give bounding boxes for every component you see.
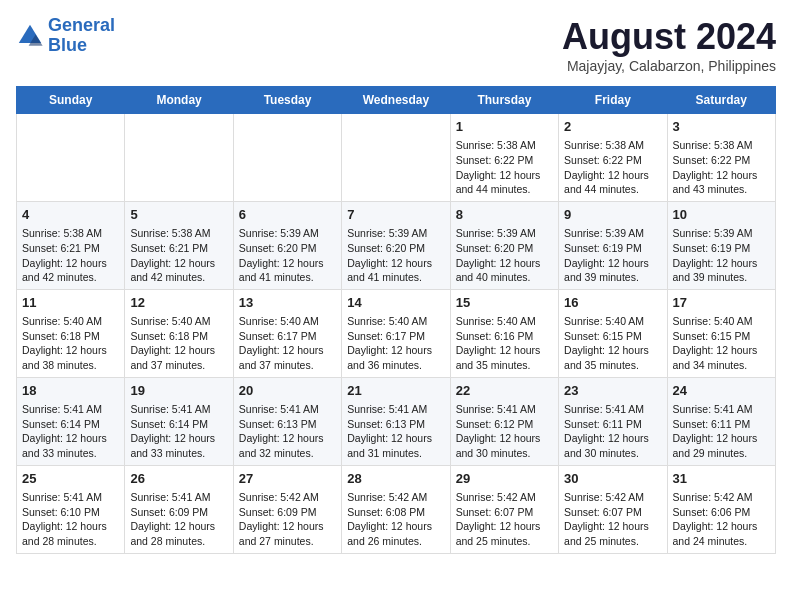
day-number: 20 bbox=[239, 382, 336, 400]
day-number: 7 bbox=[347, 206, 444, 224]
day-info: Sunset: 6:19 PM bbox=[564, 241, 661, 256]
day-info: and 30 minutes. bbox=[456, 446, 553, 461]
day-info: and 27 minutes. bbox=[239, 534, 336, 549]
weekday-header-monday: Monday bbox=[125, 87, 233, 114]
logo-icon bbox=[16, 22, 44, 50]
calendar-cell: 5Sunrise: 5:38 AMSunset: 6:21 PMDaylight… bbox=[125, 201, 233, 289]
day-number: 16 bbox=[564, 294, 661, 312]
day-info: and 39 minutes. bbox=[564, 270, 661, 285]
calendar-cell: 20Sunrise: 5:41 AMSunset: 6:13 PMDayligh… bbox=[233, 377, 341, 465]
calendar-week-row: 25Sunrise: 5:41 AMSunset: 6:10 PMDayligh… bbox=[17, 465, 776, 553]
day-info: Sunset: 6:17 PM bbox=[347, 329, 444, 344]
day-info: Sunset: 6:09 PM bbox=[130, 505, 227, 520]
calendar-week-row: 18Sunrise: 5:41 AMSunset: 6:14 PMDayligh… bbox=[17, 377, 776, 465]
logo: General Blue bbox=[16, 16, 115, 56]
day-info: Daylight: 12 hours bbox=[673, 431, 770, 446]
calendar-cell: 30Sunrise: 5:42 AMSunset: 6:07 PMDayligh… bbox=[559, 465, 667, 553]
day-number: 21 bbox=[347, 382, 444, 400]
day-info: Daylight: 12 hours bbox=[564, 431, 661, 446]
day-info: Daylight: 12 hours bbox=[673, 168, 770, 183]
day-info: Daylight: 12 hours bbox=[456, 256, 553, 271]
day-info: Sunrise: 5:41 AM bbox=[22, 490, 119, 505]
calendar-cell: 7Sunrise: 5:39 AMSunset: 6:20 PMDaylight… bbox=[342, 201, 450, 289]
day-info: Sunset: 6:13 PM bbox=[347, 417, 444, 432]
day-info: and 35 minutes. bbox=[456, 358, 553, 373]
day-info: Daylight: 12 hours bbox=[22, 256, 119, 271]
day-info: and 39 minutes. bbox=[673, 270, 770, 285]
calendar-cell: 26Sunrise: 5:41 AMSunset: 6:09 PMDayligh… bbox=[125, 465, 233, 553]
calendar-cell: 21Sunrise: 5:41 AMSunset: 6:13 PMDayligh… bbox=[342, 377, 450, 465]
day-number: 1 bbox=[456, 118, 553, 136]
calendar-cell: 3Sunrise: 5:38 AMSunset: 6:22 PMDaylight… bbox=[667, 114, 775, 202]
day-info: Daylight: 12 hours bbox=[347, 519, 444, 534]
day-info: and 37 minutes. bbox=[239, 358, 336, 373]
calendar-cell: 22Sunrise: 5:41 AMSunset: 6:12 PMDayligh… bbox=[450, 377, 558, 465]
day-info: Daylight: 12 hours bbox=[130, 256, 227, 271]
day-info: Sunrise: 5:39 AM bbox=[673, 226, 770, 241]
day-info: Daylight: 12 hours bbox=[564, 256, 661, 271]
calendar-cell: 28Sunrise: 5:42 AMSunset: 6:08 PMDayligh… bbox=[342, 465, 450, 553]
day-info: Sunset: 6:12 PM bbox=[456, 417, 553, 432]
day-info: Sunrise: 5:40 AM bbox=[22, 314, 119, 329]
day-info: Daylight: 12 hours bbox=[22, 519, 119, 534]
day-info: and 25 minutes. bbox=[564, 534, 661, 549]
weekday-header-thursday: Thursday bbox=[450, 87, 558, 114]
calendar-week-row: 11Sunrise: 5:40 AMSunset: 6:18 PMDayligh… bbox=[17, 289, 776, 377]
day-info: Daylight: 12 hours bbox=[456, 168, 553, 183]
day-info: Sunrise: 5:40 AM bbox=[564, 314, 661, 329]
day-info: Sunrise: 5:40 AM bbox=[456, 314, 553, 329]
calendar-cell: 23Sunrise: 5:41 AMSunset: 6:11 PMDayligh… bbox=[559, 377, 667, 465]
calendar-cell: 18Sunrise: 5:41 AMSunset: 6:14 PMDayligh… bbox=[17, 377, 125, 465]
logo-line2: Blue bbox=[48, 35, 87, 55]
day-info: Sunset: 6:18 PM bbox=[22, 329, 119, 344]
day-info: Sunset: 6:21 PM bbox=[22, 241, 119, 256]
day-info: Daylight: 12 hours bbox=[564, 168, 661, 183]
day-info: and 29 minutes. bbox=[673, 446, 770, 461]
day-info: Daylight: 12 hours bbox=[347, 431, 444, 446]
calendar-week-row: 4Sunrise: 5:38 AMSunset: 6:21 PMDaylight… bbox=[17, 201, 776, 289]
day-number: 12 bbox=[130, 294, 227, 312]
calendar-week-row: 1Sunrise: 5:38 AMSunset: 6:22 PMDaylight… bbox=[17, 114, 776, 202]
day-info: Daylight: 12 hours bbox=[130, 343, 227, 358]
day-info: Sunrise: 5:41 AM bbox=[130, 402, 227, 417]
day-info: Sunset: 6:17 PM bbox=[239, 329, 336, 344]
day-info: Daylight: 12 hours bbox=[564, 343, 661, 358]
day-info: Daylight: 12 hours bbox=[239, 431, 336, 446]
title-block: August 2024 Majayjay, Calabarzon, Philip… bbox=[562, 16, 776, 74]
calendar-cell: 15Sunrise: 5:40 AMSunset: 6:16 PMDayligh… bbox=[450, 289, 558, 377]
day-number: 10 bbox=[673, 206, 770, 224]
calendar-cell: 12Sunrise: 5:40 AMSunset: 6:18 PMDayligh… bbox=[125, 289, 233, 377]
day-info: Daylight: 12 hours bbox=[347, 343, 444, 358]
day-info: Daylight: 12 hours bbox=[456, 519, 553, 534]
logo-line1: General bbox=[48, 15, 115, 35]
day-number: 5 bbox=[130, 206, 227, 224]
day-info: Daylight: 12 hours bbox=[239, 343, 336, 358]
day-number: 18 bbox=[22, 382, 119, 400]
day-info: and 34 minutes. bbox=[673, 358, 770, 373]
calendar-cell: 4Sunrise: 5:38 AMSunset: 6:21 PMDaylight… bbox=[17, 201, 125, 289]
page-title: August 2024 bbox=[562, 16, 776, 58]
day-info: Sunset: 6:16 PM bbox=[456, 329, 553, 344]
day-info: and 25 minutes. bbox=[456, 534, 553, 549]
calendar-cell: 19Sunrise: 5:41 AMSunset: 6:14 PMDayligh… bbox=[125, 377, 233, 465]
logo-text: General Blue bbox=[48, 16, 115, 56]
day-info: Sunrise: 5:39 AM bbox=[564, 226, 661, 241]
day-info: Sunset: 6:06 PM bbox=[673, 505, 770, 520]
day-number: 24 bbox=[673, 382, 770, 400]
day-info: Sunrise: 5:39 AM bbox=[456, 226, 553, 241]
day-number: 30 bbox=[564, 470, 661, 488]
day-info: Sunrise: 5:40 AM bbox=[347, 314, 444, 329]
day-info: Sunset: 6:22 PM bbox=[564, 153, 661, 168]
calendar-cell: 16Sunrise: 5:40 AMSunset: 6:15 PMDayligh… bbox=[559, 289, 667, 377]
day-info: and 33 minutes. bbox=[130, 446, 227, 461]
day-info: Sunrise: 5:41 AM bbox=[22, 402, 119, 417]
day-info: and 44 minutes. bbox=[564, 182, 661, 197]
day-number: 8 bbox=[456, 206, 553, 224]
calendar-table: SundayMondayTuesdayWednesdayThursdayFrid… bbox=[16, 86, 776, 554]
day-info: Sunset: 6:07 PM bbox=[564, 505, 661, 520]
day-info: Sunrise: 5:41 AM bbox=[347, 402, 444, 417]
page-header: General Blue August 2024 Majayjay, Calab… bbox=[16, 16, 776, 74]
day-info: and 30 minutes. bbox=[564, 446, 661, 461]
day-number: 17 bbox=[673, 294, 770, 312]
calendar-cell: 29Sunrise: 5:42 AMSunset: 6:07 PMDayligh… bbox=[450, 465, 558, 553]
